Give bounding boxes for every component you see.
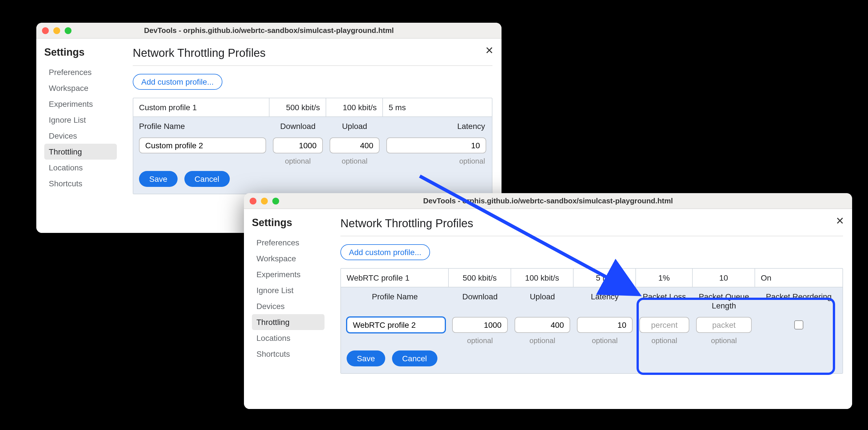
add-custom-profile-button[interactable]: Add custom profile... [340,244,430,260]
download-input[interactable] [273,138,323,153]
add-custom-profile-button[interactable]: Add custom profile... [133,74,222,90]
hint-optional: optional [574,335,636,350]
titlebar[interactable]: DevTools - orphis.github.io/webrtc-sandb… [244,193,852,209]
save-button[interactable]: Save [139,171,178,187]
close-settings-icon[interactable]: ✕ [485,44,494,57]
cell-latency: 5 ms [574,269,636,287]
page-title: Network Throttling Profiles [133,47,492,66]
sidebar-item-workspace[interactable]: Workspace [44,80,117,96]
queue-length-input[interactable] [696,317,752,333]
profiles-table: Custom profile 1 500 kbit/s 100 kbit/s 5… [133,98,492,194]
cell-latency: 5 ms [383,98,492,116]
header-latency: Latency [574,287,636,315]
hint-optional: optional [326,155,383,171]
header-upload: Upload [511,287,574,315]
table-row[interactable]: WebRTC profile 1 500 kbit/s 100 kbit/s 5… [341,269,842,287]
hint-optional: optional [511,335,574,350]
sidebar-item-shortcuts[interactable]: Shortcuts [44,175,117,192]
hint-optional: optional [449,335,511,350]
cell-upload: 100 kbit/s [326,98,383,116]
cancel-button[interactable]: Cancel [184,171,229,187]
packet-reordering-checkbox[interactable] [794,320,803,329]
header-profile-name: Profile Name [133,117,270,135]
hint-optional: optional [270,155,326,171]
cell-profile-name: WebRTC profile 1 [341,269,449,287]
sidebar-item-shortcuts[interactable]: Shortcuts [252,346,324,362]
profiles-table: WebRTC profile 1 500 kbit/s 100 kbit/s 5… [340,268,843,374]
packet-loss-input[interactable] [639,317,689,333]
header-upload: Upload [326,117,383,135]
cell-packet-loss: 1% [636,269,693,287]
sidebar-item-devices[interactable]: Devices [44,128,117,144]
header-packet-loss: Packet Loss [636,287,693,315]
page-title: Network Throttling Profiles [340,217,843,236]
cell-download: 500 kbit/s [449,269,511,287]
window-title: DevTools - orphis.github.io/webrtc-sandb… [36,26,501,35]
hint-optional: optional [693,335,755,350]
cell-upload: 100 kbit/s [511,269,574,287]
sidebar-item-preferences[interactable]: Preferences [252,235,324,251]
sidebar-item-experiments[interactable]: Experiments [44,96,117,112]
close-settings-icon[interactable]: ✕ [836,215,844,227]
sidebar-item-ignore-list[interactable]: Ignore List [44,112,117,128]
profile-name-input[interactable] [139,138,266,153]
sidebar-item-throttling[interactable]: Throttling [44,144,117,160]
hint-optional: optional [383,155,492,171]
latency-input[interactable] [386,138,486,153]
header-profile-name: Profile Name [341,287,449,315]
sidebar-item-ignore-list[interactable]: Ignore List [252,282,324,298]
sidebar-item-locations[interactable]: Locations [252,330,324,346]
sidebar-item-locations[interactable]: Locations [44,160,117,175]
latency-input[interactable] [577,317,632,333]
sidebar-item-experiments[interactable]: Experiments [252,266,324,282]
settings-sidebar: Settings Preferences Workspace Experimen… [244,209,329,409]
header-latency: Latency [383,117,492,135]
edit-profile-panel: Profile Name Download Upload Latency Pac… [341,287,842,373]
cell-reordering: On [755,269,842,287]
hint-optional: optional [636,335,693,350]
sidebar-title: Settings [252,217,329,229]
cell-profile-name: Custom profile 1 [133,98,270,116]
download-input[interactable] [452,317,508,333]
upload-input[interactable] [330,138,379,153]
sidebar-item-throttling[interactable]: Throttling [252,314,324,330]
header-download: Download [449,287,511,315]
cancel-button[interactable]: Cancel [392,350,437,366]
settings-sidebar: Settings Preferences Workspace Experimen… [36,39,121,233]
header-queue-length: Packet Queue Length [693,287,755,315]
save-button[interactable]: Save [347,350,385,366]
header-download: Download [270,117,326,135]
upload-input[interactable] [515,317,570,333]
edit-profile-panel: Profile Name Download Upload Latency [133,117,492,194]
header-reordering: Packet Reordering [755,287,842,315]
window-title: DevTools - orphis.github.io/webrtc-sandb… [244,197,852,205]
titlebar[interactable]: DevTools - orphis.github.io/webrtc-sandb… [36,23,501,39]
cell-queue-length: 10 [693,269,755,287]
sidebar-title: Settings [44,47,121,58]
sidebar-item-preferences[interactable]: Preferences [44,64,117,80]
sidebar-item-devices[interactable]: Devices [252,298,324,314]
table-row[interactable]: Custom profile 1 500 kbit/s 100 kbit/s 5… [133,98,492,117]
profile-name-input[interactable] [347,317,445,333]
cell-download: 500 kbit/s [270,98,326,116]
sidebar-item-workspace[interactable]: Workspace [252,251,324,266]
devtools-window-new: DevTools - orphis.github.io/webrtc-sandb… [244,193,852,409]
